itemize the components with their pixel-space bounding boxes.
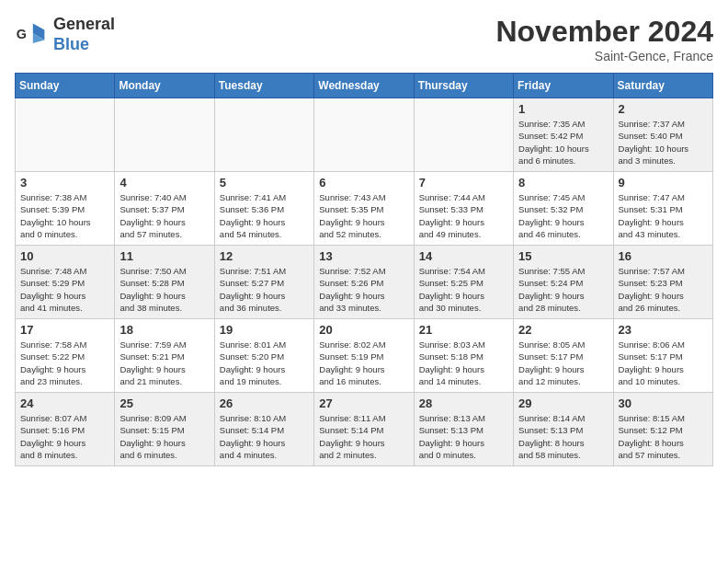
- calendar-day-cell: [115, 98, 214, 172]
- calendar-day-cell: 16Sunrise: 7:57 AMSunset: 5:23 PMDayligh…: [613, 246, 712, 319]
- day-number: 19: [220, 323, 309, 337]
- day-number: 16: [619, 249, 708, 263]
- calendar-day-cell: 15Sunrise: 7:55 AMSunset: 5:24 PMDayligh…: [514, 246, 613, 319]
- calendar-day-cell: [414, 98, 513, 172]
- day-info: Sunrise: 8:06 AMSunset: 5:17 PMDaylight:…: [619, 339, 708, 387]
- day-info: Sunrise: 7:35 AMSunset: 5:42 PMDaylight:…: [518, 118, 608, 167]
- calendar-day-cell: 24Sunrise: 8:07 AMSunset: 5:16 PMDayligh…: [16, 393, 115, 466]
- calendar-day-header: Tuesday: [214, 74, 313, 98]
- day-info: Sunrise: 7:43 AMSunset: 5:35 PMDaylight:…: [319, 191, 408, 240]
- day-number: 4: [119, 176, 209, 190]
- calendar-day-header: Monday: [115, 74, 214, 98]
- day-number: 21: [419, 323, 508, 337]
- calendar-day-cell: 29Sunrise: 8:14 AMSunset: 5:13 PMDayligh…: [514, 393, 613, 466]
- day-info: Sunrise: 7:51 AMSunset: 5:27 PMDaylight:…: [220, 265, 309, 314]
- calendar-body: 1Sunrise: 7:35 AMSunset: 5:42 PMDaylight…: [16, 98, 713, 466]
- calendar-week-row: 17Sunrise: 7:58 AMSunset: 5:22 PMDayligh…: [16, 319, 713, 393]
- svg-text:G: G: [17, 26, 27, 40]
- calendar-day-cell: 9Sunrise: 7:47 AMSunset: 5:31 PMDaylight…: [613, 172, 712, 246]
- day-info: Sunrise: 7:52 AMSunset: 5:26 PMDaylight:…: [319, 265, 408, 314]
- day-number: 11: [119, 249, 209, 263]
- calendar-day-cell: 25Sunrise: 8:09 AMSunset: 5:15 PMDayligh…: [115, 393, 214, 466]
- day-number: 15: [518, 249, 608, 263]
- calendar-day-cell: 12Sunrise: 7:51 AMSunset: 5:27 PMDayligh…: [214, 246, 313, 319]
- calendar-day-cell: [214, 98, 313, 172]
- day-info: Sunrise: 7:59 AMSunset: 5:21 PMDaylight:…: [119, 339, 209, 387]
- day-info: Sunrise: 8:13 AMSunset: 5:13 PMDaylight:…: [419, 412, 508, 461]
- page-header: G General Blue November 2024 Saint-Gence…: [15, 15, 713, 63]
- location: Saint-Gence, France: [495, 49, 713, 63]
- day-number: 17: [20, 323, 109, 337]
- day-number: 24: [20, 396, 109, 410]
- calendar-day-cell: 26Sunrise: 8:10 AMSunset: 5:14 PMDayligh…: [214, 393, 313, 466]
- day-number: 28: [419, 396, 508, 410]
- day-info: Sunrise: 7:47 AMSunset: 5:31 PMDaylight:…: [619, 191, 708, 240]
- day-number: 18: [119, 323, 209, 337]
- logo-text: General Blue: [53, 15, 115, 54]
- day-info: Sunrise: 7:55 AMSunset: 5:24 PMDaylight:…: [518, 265, 608, 314]
- calendar-week-row: 1Sunrise: 7:35 AMSunset: 5:42 PMDaylight…: [16, 98, 713, 172]
- calendar-day-cell: 11Sunrise: 7:50 AMSunset: 5:28 PMDayligh…: [115, 246, 214, 319]
- day-info: Sunrise: 8:03 AMSunset: 5:18 PMDaylight:…: [419, 339, 508, 387]
- day-number: 22: [518, 323, 608, 337]
- logo: G General Blue: [15, 15, 115, 54]
- calendar-day-cell: 3Sunrise: 7:38 AMSunset: 5:39 PMDaylight…: [16, 172, 115, 246]
- calendar-day-cell: 1Sunrise: 7:35 AMSunset: 5:42 PMDaylight…: [514, 98, 613, 172]
- day-info: Sunrise: 7:50 AMSunset: 5:28 PMDaylight:…: [119, 265, 209, 314]
- calendar-day-cell: [314, 98, 414, 172]
- day-info: Sunrise: 8:01 AMSunset: 5:20 PMDaylight:…: [220, 339, 309, 387]
- day-info: Sunrise: 8:02 AMSunset: 5:19 PMDaylight:…: [319, 339, 408, 387]
- calendar-day-cell: 28Sunrise: 8:13 AMSunset: 5:13 PMDayligh…: [414, 393, 513, 466]
- day-number: 9: [619, 176, 708, 190]
- day-info: Sunrise: 7:41 AMSunset: 5:36 PMDaylight:…: [220, 191, 309, 240]
- day-info: Sunrise: 7:48 AMSunset: 5:29 PMDaylight:…: [20, 265, 109, 314]
- calendar-day-cell: 27Sunrise: 8:11 AMSunset: 5:14 PMDayligh…: [314, 393, 414, 466]
- day-info: Sunrise: 8:14 AMSunset: 5:13 PMDaylight:…: [518, 412, 608, 461]
- calendar-day-cell: 10Sunrise: 7:48 AMSunset: 5:29 PMDayligh…: [16, 246, 115, 319]
- day-number: 10: [20, 249, 109, 263]
- calendar-week-row: 3Sunrise: 7:38 AMSunset: 5:39 PMDaylight…: [16, 172, 713, 246]
- calendar-day-cell: 30Sunrise: 8:15 AMSunset: 5:12 PMDayligh…: [613, 393, 712, 466]
- calendar-day-cell: 18Sunrise: 7:59 AMSunset: 5:21 PMDayligh…: [115, 319, 214, 393]
- day-info: Sunrise: 7:58 AMSunset: 5:22 PMDaylight:…: [20, 339, 109, 387]
- day-info: Sunrise: 7:44 AMSunset: 5:33 PMDaylight:…: [419, 191, 508, 240]
- day-number: 29: [518, 396, 608, 410]
- day-info: Sunrise: 8:05 AMSunset: 5:17 PMDaylight:…: [518, 339, 608, 387]
- day-number: 25: [119, 396, 209, 410]
- day-number: 1: [518, 102, 608, 116]
- day-number: 23: [619, 323, 708, 337]
- calendar-day-cell: 4Sunrise: 7:40 AMSunset: 5:37 PMDaylight…: [115, 172, 214, 246]
- day-number: 30: [619, 396, 708, 410]
- day-number: 6: [319, 176, 408, 190]
- calendar-day-cell: 7Sunrise: 7:44 AMSunset: 5:33 PMDaylight…: [414, 172, 513, 246]
- day-info: Sunrise: 7:54 AMSunset: 5:25 PMDaylight:…: [419, 265, 508, 314]
- day-info: Sunrise: 7:38 AMSunset: 5:39 PMDaylight:…: [20, 191, 109, 240]
- day-number: 2: [619, 102, 708, 116]
- calendar-day-cell: [16, 98, 115, 172]
- calendar-day-cell: 6Sunrise: 7:43 AMSunset: 5:35 PMDaylight…: [314, 172, 414, 246]
- calendar-day-cell: 20Sunrise: 8:02 AMSunset: 5:19 PMDayligh…: [314, 319, 414, 393]
- day-number: 27: [319, 396, 408, 410]
- calendar-day-cell: 17Sunrise: 7:58 AMSunset: 5:22 PMDayligh…: [16, 319, 115, 393]
- day-info: Sunrise: 8:09 AMSunset: 5:15 PMDaylight:…: [119, 412, 209, 461]
- calendar-week-row: 10Sunrise: 7:48 AMSunset: 5:29 PMDayligh…: [16, 246, 713, 319]
- calendar-day-cell: 2Sunrise: 7:37 AMSunset: 5:40 PMDaylight…: [613, 98, 712, 172]
- day-info: Sunrise: 8:10 AMSunset: 5:14 PMDaylight:…: [220, 412, 309, 461]
- calendar-day-cell: 19Sunrise: 8:01 AMSunset: 5:20 PMDayligh…: [214, 319, 313, 393]
- calendar-table: SundayMondayTuesdayWednesdayThursdayFrid…: [15, 73, 713, 466]
- day-number: 12: [220, 249, 309, 263]
- calendar-day-cell: 13Sunrise: 7:52 AMSunset: 5:26 PMDayligh…: [314, 246, 414, 319]
- calendar-day-cell: 5Sunrise: 7:41 AMSunset: 5:36 PMDaylight…: [214, 172, 313, 246]
- calendar-day-header: Sunday: [16, 74, 115, 98]
- day-number: 7: [419, 176, 508, 190]
- title-block: November 2024 Saint-Gence, France: [495, 15, 713, 63]
- day-number: 5: [220, 176, 309, 190]
- month-title: November 2024: [495, 15, 713, 49]
- day-number: 8: [518, 176, 608, 190]
- calendar-day-header: Saturday: [613, 74, 712, 98]
- day-info: Sunrise: 7:37 AMSunset: 5:40 PMDaylight:…: [619, 118, 708, 167]
- day-info: Sunrise: 7:40 AMSunset: 5:37 PMDaylight:…: [119, 191, 209, 240]
- calendar-week-row: 24Sunrise: 8:07 AMSunset: 5:16 PMDayligh…: [16, 393, 713, 466]
- day-info: Sunrise: 8:15 AMSunset: 5:12 PMDaylight:…: [619, 412, 708, 461]
- logo-icon: G: [15, 18, 48, 52]
